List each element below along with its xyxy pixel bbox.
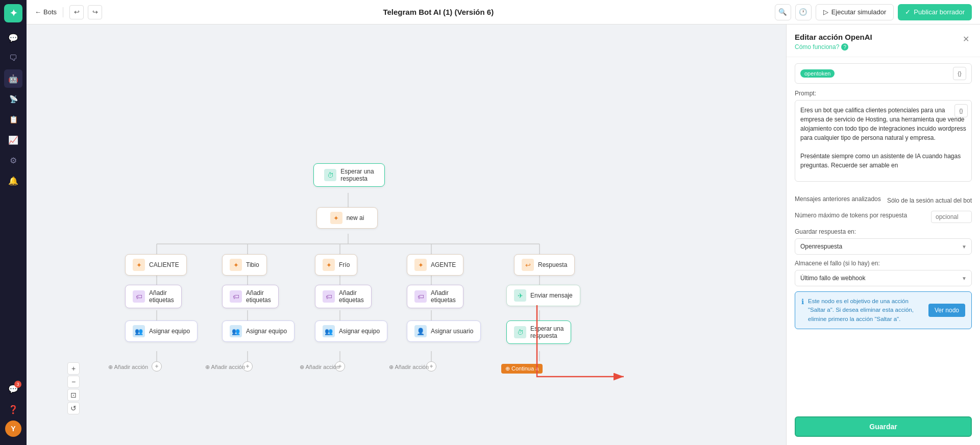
prev-messages-label: Mensajes anteriores analizados: [795, 195, 881, 203]
tag-icon-4: 🏷: [414, 290, 427, 303]
sidebar-item-trend[interactable]: 📈: [4, 131, 22, 149]
assign-user-icon: 👤: [414, 325, 427, 337]
tag-icon-3: 🏷: [323, 290, 335, 303]
save-response-select[interactable]: Openrespuesta: [795, 238, 972, 255]
add-tags-node-4[interactable]: 🏷 Añadiretiquetas: [407, 285, 463, 308]
add-tags-node-1[interactable]: 🏷 Añadiretiquetas: [125, 285, 182, 308]
redo-button[interactable]: ↪: [88, 5, 102, 19]
sidebar-item-note[interactable]: 📋: [4, 110, 22, 129]
agente-node[interactable]: ✦ AGENTE: [407, 254, 463, 276]
frio-node[interactable]: ✦ Frío: [315, 254, 357, 276]
topbar: ← Bots ↩ ↪ Telegram Bot AI (1) (Versión …: [27, 0, 980, 24]
assign-team-label-3: Asignar equipo: [339, 328, 380, 335]
sidebar-item-bot[interactable]: 🤖: [4, 69, 22, 88]
avatar[interactable]: Y: [5, 421, 21, 437]
add-tags-node-3[interactable]: 🏷 Añadiretiquetas: [315, 285, 372, 308]
add-action-label-2[interactable]: ⊕ Añadir acción: [205, 364, 245, 370]
caliente-label: CALIENTE: [149, 261, 179, 268]
add-tags-label-1: Añadiretiquetas: [149, 289, 174, 304]
wait-response-node-2[interactable]: ⏱ Esperar unarespuesta: [506, 320, 571, 344]
reset-button[interactable]: ↺: [67, 402, 80, 414]
respuesta-node[interactable]: ↩ Respuesta: [514, 254, 575, 276]
assign-team-icon-3: 👥: [323, 325, 335, 337]
save-response-wrapper: Openrespuesta ▼: [795, 238, 972, 255]
save-fail-label: Almacene el fallo (si lo hay) en:: [795, 260, 972, 267]
tag-icon-2: 🏷: [230, 290, 242, 303]
sidebar: ✦ 💬 🗨 🤖 📡 📋 📈 ⚙ 🔔 💬 ❓ Y: [0, 0, 27, 445]
save-response-label: Guardar respuesta en:: [795, 228, 972, 235]
tibio-icon: ✦: [230, 259, 242, 271]
simulate-button[interactable]: ▷ Ejecutar simulador: [816, 4, 894, 20]
save-fail-select[interactable]: Último fallo de webhook: [795, 270, 972, 286]
send-message-node[interactable]: ✈ Enviar mensaje: [506, 285, 580, 306]
assign-team-icon-2: 👥: [230, 325, 242, 337]
caliente-icon: ✦: [133, 259, 145, 271]
new-ai-node[interactable]: ✦ new ai: [316, 207, 378, 229]
main-area: ← Bots ↩ ↪ Telegram Bot AI (1) (Versión …: [27, 0, 980, 445]
assign-team-label-1: Asignar equipo: [149, 328, 190, 335]
fit-button[interactable]: ⊡: [67, 389, 80, 401]
assign-team-node-1[interactable]: 👥 Asignar equipo: [125, 320, 198, 342]
tibio-node[interactable]: ✦ Tibio: [222, 254, 267, 276]
var-button-prompt[interactable]: {}: [954, 104, 968, 117]
check-icon: ✓: [905, 8, 911, 16]
caliente-node[interactable]: ✦ CALIENTE: [125, 254, 187, 276]
add-tags-node-2[interactable]: 🏷 Añadiretiquetas: [222, 285, 279, 308]
add-action-label-3[interactable]: ⊕ Añadir acción: [300, 364, 339, 370]
zoom-in-button[interactable]: +: [67, 362, 80, 375]
wait-response-node[interactable]: ⏱ Esperar unarespuesta: [313, 163, 385, 187]
add-action-label-4[interactable]: ⊕ Añadir acción: [389, 364, 429, 370]
question-icon: ?: [841, 43, 848, 51]
agente-icon: ✦: [414, 259, 427, 271]
red-arrow: [532, 300, 634, 392]
topbar-divider: [63, 7, 63, 17]
how-it-works-link[interactable]: Cómo funciona? ?: [795, 43, 972, 51]
assign-user-node[interactable]: 👤 Asignar usuario: [407, 320, 481, 342]
publish-button[interactable]: ✓ Publicar borrador: [898, 4, 972, 20]
sidebar-item-bell[interactable]: 🔔: [4, 171, 22, 190]
wait-response-label: Esperar unarespuesta: [340, 168, 374, 182]
ver-nodo-button[interactable]: Ver nodo: [928, 304, 965, 317]
sidebar-item-broadcast[interactable]: 📡: [4, 90, 22, 108]
search-button[interactable]: 🔍: [775, 4, 791, 20]
assign-team-node-2[interactable]: 👥 Asignar equipo: [222, 320, 295, 342]
page-title: Telegram Bot AI (1) (Versión 6): [106, 8, 771, 16]
max-tokens-row: Número máximo de tokens por respuesta: [795, 211, 972, 223]
sidebar-item-whatsapp[interactable]: 💬: [4, 380, 22, 398]
zoom-controls: + − ⊡ ↺: [67, 362, 80, 414]
wait-icon: ⏱: [324, 169, 336, 181]
sidebar-item-help[interactable]: ❓: [4, 400, 22, 418]
send-message-label: Enviar mensaje: [530, 292, 573, 299]
add-action-label-1[interactable]: ⊕ Añadir acción: [108, 364, 148, 370]
max-tokens-label: Número máximo de tokens por respuesta: [795, 212, 907, 219]
sidebar-item-chat1[interactable]: 💬: [4, 29, 22, 47]
zoom-out-button[interactable]: −: [67, 376, 80, 388]
history-button[interactable]: 🕐: [795, 4, 812, 20]
panel-title: Editar acción OpenAI: [795, 33, 972, 41]
undo-button[interactable]: ↩: [69, 5, 84, 19]
back-button[interactable]: ← Bots: [35, 8, 57, 16]
max-tokens-input[interactable]: [931, 211, 972, 223]
assign-team-node-3[interactable]: 👥 Asignar equipo: [315, 320, 387, 342]
warning-text: Este nodo es el objetivo de una acción "…: [808, 297, 924, 324]
save-button[interactable]: Guardar: [795, 416, 972, 437]
prev-messages-row: Mensajes anteriores analizados Sólo de l…: [795, 195, 972, 206]
arrow-left-icon: ←: [35, 8, 41, 16]
tag-icon-1: 🏷: [133, 290, 145, 303]
wait-response-label-2: Esperar unarespuesta: [530, 325, 564, 339]
topbar-right: 🔍 🕐 ▷ Ejecutar simulador ✓ Publicar borr…: [775, 4, 972, 20]
canvas-area[interactable]: ⏱ Esperar unarespuesta ✦ new ai ✦ CALIEN…: [27, 24, 786, 445]
prompt-textarea[interactable]: Eres un bot que califica clientes potenc…: [795, 100, 972, 182]
send-icon: ✈: [514, 289, 526, 302]
play-icon: ▷: [823, 8, 828, 16]
close-button[interactable]: ✕: [960, 33, 972, 45]
agente-label: AGENTE: [431, 261, 456, 268]
add-tags-label-2: Añadiretiquetas: [246, 289, 271, 304]
var-button-token[interactable]: {}: [953, 67, 966, 80]
continua-a-btn[interactable]: ⊕ Continua a: [501, 364, 543, 374]
sidebar-item-settings[interactable]: ⚙: [4, 151, 22, 169]
sidebar-item-chat2[interactable]: 🗨: [4, 49, 22, 67]
add-action-btn-1[interactable]: +: [152, 361, 162, 372]
respuesta-icon: ↩: [522, 259, 534, 271]
prompt-label: Prompt:: [795, 90, 972, 97]
